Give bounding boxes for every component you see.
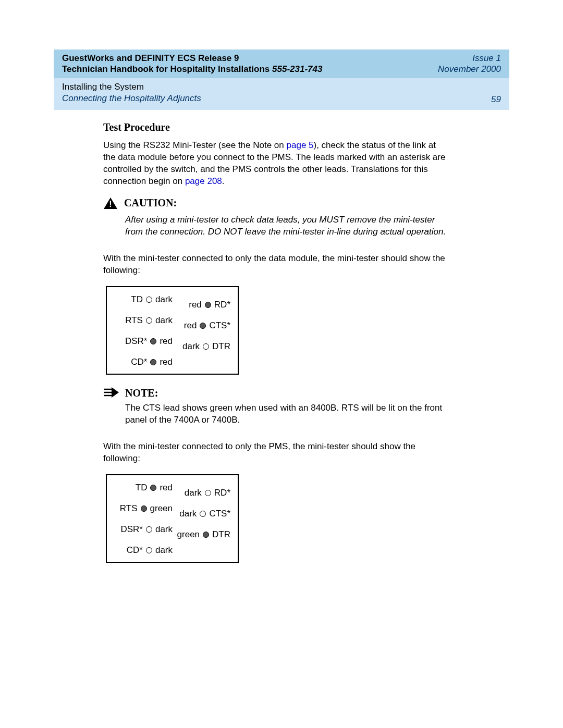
- led-cts-icon: [200, 323, 206, 329]
- doc-title-block: GuestWorks and DEFINITY ECS Release 9 Te…: [62, 53, 322, 75]
- svg-text:!: !: [109, 200, 112, 208]
- intro-paragraph: Using the RS232 Mini-Tester (see the Not…: [103, 140, 450, 188]
- doc-title-line1: GuestWorks and DEFINITY ECS Release 9: [62, 53, 322, 64]
- led-td-icon: [146, 297, 152, 303]
- link-page-5[interactable]: page 5: [287, 140, 314, 150]
- led-rts-label: RTS: [125, 315, 143, 326]
- pms-intro-para: With the mini-tester connected to only t…: [103, 441, 450, 465]
- caution-body: After using a mini-tester to check data …: [125, 214, 450, 238]
- page-header: GuestWorks and DEFINITY ECS Release 9 Te…: [54, 50, 509, 110]
- note-callout: NOTE:: [103, 387, 450, 400]
- caution-callout: ! CAUTION:: [103, 197, 450, 212]
- svg-marker-5: [112, 387, 119, 398]
- section-heading: Test Procedure: [103, 121, 450, 133]
- module-intro-para: With the mini-tester connected to only t…: [103, 253, 450, 277]
- warning-triangle-icon: !: [103, 197, 118, 212]
- led-grid-module: TDdark redRD* RTSdark redCTS* DSR*red da…: [112, 294, 232, 367]
- header-top: GuestWorks and DEFINITY ECS Release 9 Te…: [54, 50, 509, 78]
- led-box-module: TDdark redRD* RTSdark redCTS* DSR*red da…: [106, 286, 239, 375]
- led-rts-icon: [146, 317, 152, 324]
- caution-label: CAUTION:: [124, 197, 177, 209]
- led-td-label: TD: [131, 294, 143, 305]
- doc-title-line2: Technician Handbook for Hospitality Inst…: [62, 64, 322, 75]
- led-cd-icon: [146, 547, 152, 553]
- page-content: Test Procedure Using the RS232 Mini-Test…: [103, 121, 450, 562]
- issue-label: Issue 1: [438, 53, 501, 64]
- led-dsr-icon: [150, 338, 156, 344]
- led-dtr-icon: [203, 343, 209, 350]
- page-number: 59: [491, 94, 501, 105]
- section-line1: Installing the System: [62, 81, 201, 93]
- note-body: The CTS lead shows green when used with …: [125, 402, 450, 426]
- note-arrow-icon: [103, 387, 119, 400]
- led-cd-icon: [150, 359, 156, 365]
- section-block: Installing the System Connecting the Hos…: [62, 81, 201, 105]
- note-label: NOTE:: [125, 387, 158, 399]
- led-cts-icon: [200, 511, 206, 517]
- doc-number: 555-231-743: [272, 64, 322, 74]
- led-grid-pms: TDred darkRD* RTSgreen darkCTS* DSR*dark…: [112, 483, 232, 556]
- led-rd-icon: [205, 302, 211, 308]
- led-box-pms: TDred darkRD* RTSgreen darkCTS* DSR*dark…: [106, 474, 239, 563]
- led-dtr-icon: [203, 532, 209, 538]
- section-line2: Connecting the Hospitality Adjuncts: [62, 93, 201, 105]
- led-dsr-icon: [146, 526, 152, 533]
- issue-date-block: Issue 1 November 2000: [438, 53, 501, 75]
- led-td-icon: [150, 485, 156, 491]
- link-page-208[interactable]: page 208: [185, 176, 222, 186]
- led-rd-icon: [205, 490, 211, 496]
- led-rts-icon: [141, 505, 147, 512]
- header-bottom: Installing the System Connecting the Hos…: [54, 78, 509, 110]
- issue-date: November 2000: [438, 64, 501, 75]
